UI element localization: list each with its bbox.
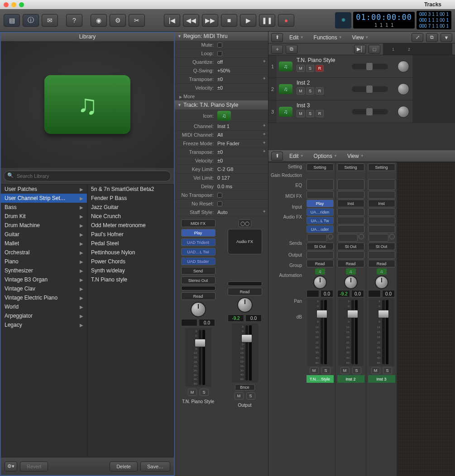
send-knob[interactable] (359, 234, 364, 239)
volume-fader[interactable] (351, 300, 354, 364)
arrange-area[interactable] (412, 78, 455, 100)
pan-knob[interactable] (375, 276, 388, 289)
solo-button[interactable]: S (306, 87, 314, 95)
solo-button[interactable]: S (306, 110, 314, 117)
volume-slider[interactable] (352, 86, 388, 92)
setting-button[interactable]: Setting (337, 163, 364, 171)
solo-button[interactable]: S (306, 65, 314, 72)
mute-button[interactable]: M (188, 389, 197, 396)
mixer-options-menu[interactable]: Options▼ (310, 152, 341, 161)
record-enable-button[interactable]: R (316, 87, 324, 95)
audiofx-slot-2[interactable]: UAD…L Twi (181, 248, 216, 256)
library-preset-item[interactable]: Nice Crunch (87, 212, 173, 221)
track-row[interactable]: 2♫Inst 2MSR (268, 78, 455, 100)
metronome-button[interactable]: ◉ (91, 14, 107, 27)
library-toggle-button[interactable]: ▤ (4, 14, 20, 27)
mute-button[interactable]: M (297, 87, 305, 95)
send-slot[interactable] (307, 234, 327, 242)
forward-button[interactable]: ▶▶ (202, 14, 218, 27)
track-name[interactable]: Inst 3 (297, 102, 347, 109)
volume-value[interactable]: 0.0 (245, 314, 262, 322)
cycle-button[interactable]: ✂ (129, 14, 145, 27)
inspector-toggle-button[interactable]: ⓘ (23, 14, 39, 27)
audiofx-slot[interactable] (337, 208, 364, 216)
volume-fader[interactable] (321, 300, 323, 364)
output-slot[interactable]: Stereo Out (181, 276, 216, 284)
functions-menu[interactable]: Functions▼ (310, 33, 346, 42)
audiofx-slot[interactable] (337, 217, 364, 224)
instrument-slot[interactable]: Play (181, 229, 216, 237)
volume-value[interactable]: 0.0 (382, 290, 395, 297)
library-category-item[interactable]: Vintage Clav▶ (1, 284, 87, 293)
delete-button[interactable]: Delete (110, 462, 138, 471)
library-category-item[interactable]: Orchestral▶ (1, 248, 87, 257)
group-slot[interactable] (337, 251, 364, 259)
save-button[interactable]: Save… (140, 462, 170, 471)
delay-field[interactable]: 0.0 ms (216, 184, 268, 189)
freeze-mode-field[interactable]: Pre Fader (216, 141, 268, 146)
library-preset-item[interactable]: Paul's Hofner (87, 230, 173, 239)
library-preset-item[interactable]: 5n & 7n SmartGeist Beta2 (87, 185, 173, 194)
send-knob[interactable] (389, 234, 395, 239)
automation-mode[interactable]: Read (337, 260, 364, 267)
no-reset-checkbox[interactable] (217, 201, 222, 206)
library-category-item[interactable]: Bass▶ (1, 203, 87, 212)
lcd-settings-button[interactable]: ❋ (335, 12, 351, 29)
mixer-view-menu[interactable]: View▼ (344, 152, 368, 161)
record-button[interactable]: ● (278, 14, 294, 27)
tuner-button[interactable]: ⚙ (110, 14, 126, 27)
eq-thumbnail[interactable] (368, 179, 395, 190)
audiofx-slot-1[interactable]: UAD Trident (181, 238, 216, 246)
setting-button[interactable]: Setting (368, 163, 395, 171)
add-track-button[interactable]: ＋ (271, 45, 283, 54)
filter-button[interactable]: ▼ (441, 33, 452, 42)
setting-button[interactable]: Setting (307, 163, 334, 171)
eq-thumbnail[interactable] (337, 179, 364, 190)
input-slot[interactable]: Inst (337, 200, 364, 207)
library-category-item[interactable]: Mallet▶ (1, 239, 87, 248)
solo-button[interactable]: S (246, 392, 255, 400)
send-knob[interactable] (328, 234, 333, 239)
arrange-area[interactable] (412, 100, 455, 123)
midifx-slot[interactable] (307, 191, 334, 199)
play-button[interactable]: ▶ (240, 14, 256, 27)
library-category-item[interactable]: World▶ (1, 302, 87, 311)
minimize-icon[interactable] (11, 2, 16, 7)
track-section-header[interactable]: ▼Track: T.N. Piano Style (175, 100, 268, 109)
pan-knob[interactable] (313, 276, 327, 289)
pan-knob[interactable] (191, 302, 206, 317)
marquee-button[interactable]: □ (369, 45, 380, 54)
back-button[interactable]: ⬆ (271, 33, 283, 42)
volume-fader[interactable] (199, 330, 201, 385)
arrange-area[interactable] (412, 55, 455, 77)
audiofx-slot[interactable] (337, 225, 364, 233)
midi-channel-field[interactable]: All (216, 132, 268, 138)
output-slot[interactable]: St Out (368, 243, 395, 250)
pan-knob[interactable] (237, 297, 253, 313)
library-category-item[interactable]: Drum Kit▶ (1, 212, 87, 221)
pan-knob[interactable] (398, 106, 409, 118)
send-slot[interactable]: Send (181, 267, 216, 275)
mute-button[interactable]: M (340, 367, 350, 374)
track-name[interactable]: T.N. Piano Style (297, 57, 347, 63)
library-preset-item[interactable]: Synth w/delay (87, 266, 173, 275)
group-slot[interactable] (181, 286, 216, 290)
audiofx-slot[interactable]: UA…L Tw (307, 217, 334, 224)
midifx-slot[interactable] (337, 191, 364, 199)
library-category-item[interactable]: Guitar▶ (1, 230, 87, 239)
revert-button[interactable]: Revert (20, 462, 48, 471)
library-category-item[interactable]: Vintage B3 Organ▶ (1, 275, 87, 284)
solo-button[interactable]: S (383, 367, 392, 374)
strip-name[interactable]: T.N.…Style (307, 375, 334, 383)
midifx-slot[interactable] (368, 191, 395, 199)
search-input[interactable] (4, 171, 171, 181)
close-icon[interactable] (4, 2, 9, 7)
stop-button[interactable]: ■ (221, 14, 237, 27)
automation-mode[interactable]: Read (368, 260, 395, 267)
mute-button[interactable]: M (235, 392, 244, 400)
midifx-slot[interactable]: MIDI FX (181, 219, 216, 227)
library-category-item[interactable]: Synthesizer▶ (1, 266, 87, 275)
track-row[interactable]: 1♫T.N. Piano StyleMSR (268, 55, 455, 78)
record-enable-button[interactable]: R (316, 110, 324, 117)
timeline-ruler[interactable]: 12 (383, 43, 452, 55)
